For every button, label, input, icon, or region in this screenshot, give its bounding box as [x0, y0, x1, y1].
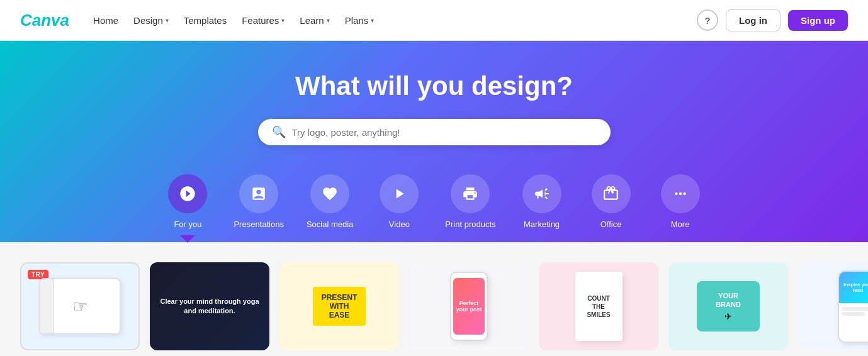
category-for-you[interactable]: For you — [153, 168, 222, 235]
card-instagram-post[interactable]: Perfect your post Instagram Post — [409, 262, 529, 356]
office-icon — [592, 174, 631, 213]
office-label: Office — [600, 220, 622, 229]
for-you-label: For you — [174, 220, 201, 229]
hero-section: What will you design? 🔍 For you Presenta… — [0, 41, 868, 242]
help-button[interactable]: ? — [697, 9, 718, 31]
nav-item-learn[interactable]: Learn ▾ — [293, 11, 335, 30]
category-social-media[interactable]: Social media — [295, 168, 364, 235]
nav-item-templates[interactable]: Templates — [178, 11, 233, 30]
presentations-icon — [239, 174, 278, 213]
nav-plans-label: Plans — [345, 15, 369, 26]
cards-row: TRY ☞ Play with Canva Clear your mind th… — [20, 262, 848, 356]
chevron-down-icon: ▾ — [166, 17, 169, 24]
category-print-products[interactable]: Print products — [434, 168, 507, 235]
nav-item-design[interactable]: Design ▾ — [127, 11, 175, 30]
for-you-icon — [168, 174, 207, 213]
header-right: ? Log in Sign up — [697, 9, 848, 31]
login-button[interactable]: Log in — [726, 9, 781, 31]
nav-item-home[interactable]: Home — [87, 11, 125, 30]
card-video[interactable]: Clear your mind through yoga and meditat… — [150, 262, 269, 356]
poster-thumb: COUNTTHESMILES — [539, 262, 658, 350]
video-icon — [380, 174, 419, 213]
card-presentation[interactable]: PRESENTWITHEASE Presentation (16:9) — [279, 262, 399, 356]
instagram-thumb: Perfect your post — [409, 262, 529, 350]
card-play-canva[interactable]: TRY ☞ Play with Canva — [20, 262, 140, 356]
print-products-label: Print products — [445, 220, 495, 229]
nav: Home Design ▾ Templates Features ▾ Learn… — [87, 11, 380, 30]
category-more[interactable]: More — [646, 168, 715, 235]
more-label: More — [671, 220, 690, 229]
social-media-icon — [310, 174, 349, 213]
search-input[interactable] — [292, 127, 597, 138]
more-icon — [661, 174, 700, 213]
marketing-label: Marketing — [524, 220, 560, 229]
header: Canva Home Design ▾ Templates Features ▾… — [0, 0, 868, 41]
chevron-down-icon: ▾ — [371, 17, 374, 24]
card-poster[interactable]: COUNTTHESMILES Poster — [539, 262, 658, 356]
header-left: Canva Home Design ▾ Templates Features ▾… — [20, 11, 380, 30]
logo[interactable]: Canva — [20, 11, 69, 30]
category-presentations[interactable]: Presentations — [222, 168, 295, 235]
nav-features-label: Features — [242, 15, 279, 26]
category-office[interactable]: Office — [577, 168, 646, 235]
video-thumb: Clear your mind through yoga and meditat… — [150, 262, 269, 350]
chevron-down-icon: ▾ — [281, 17, 285, 24]
marketing-icon — [522, 174, 561, 213]
search-bar[interactable]: 🔍 — [258, 119, 611, 145]
category-marketing[interactable]: Marketing — [507, 168, 577, 235]
hero-title: What will you design? — [295, 71, 573, 101]
logo-thumb: YOURBRAND ✈ — [668, 262, 788, 350]
presentation-thumb: PRESENTWITHEASE — [279, 262, 399, 350]
content-section: TRY ☞ Play with Canva Clear your mind th… — [0, 242, 868, 356]
video-thumb-text: Clear your mind through yoga and meditat… — [157, 297, 262, 316]
social-media-label: Social media — [307, 220, 353, 229]
nav-home-label: Home — [93, 15, 118, 26]
categories-row: For you Presentations Social media Video… — [153, 168, 714, 235]
signup-button[interactable]: Sign up — [788, 10, 848, 31]
chevron-down-icon: ▾ — [327, 17, 330, 24]
print-icon — [451, 174, 490, 213]
nav-design-label: Design — [133, 15, 163, 26]
nav-item-features[interactable]: Features ▾ — [235, 11, 291, 30]
video-label: Video — [389, 220, 410, 229]
facebook-thumb: Inspire your feed — [798, 262, 868, 350]
card-logo[interactable]: YOURBRAND ✈ Logo — [668, 262, 788, 356]
search-icon: 🔍 — [272, 125, 286, 139]
nav-item-plans[interactable]: Plans ▾ — [339, 11, 381, 30]
presentations-label: Presentations — [234, 220, 284, 229]
card-facebook-post[interactable]: Inspire your feed Facebook Post — [798, 262, 868, 356]
play-canva-thumb: TRY ☞ — [20, 262, 140, 350]
nav-templates-label: Templates — [184, 15, 227, 26]
nav-learn-label: Learn — [300, 15, 324, 26]
category-video[interactable]: Video — [364, 168, 434, 235]
